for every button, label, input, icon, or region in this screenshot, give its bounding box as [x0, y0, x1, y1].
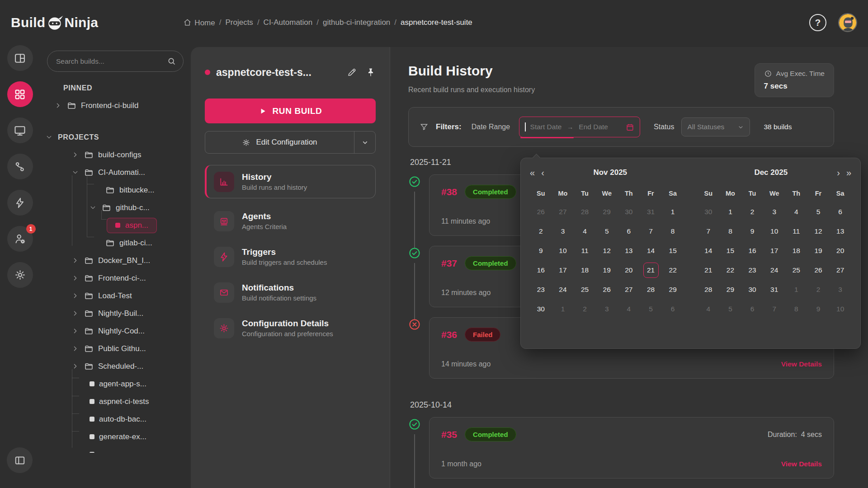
calendar-day[interactable]: 24: [763, 263, 785, 278]
calendar-day[interactable]: 5: [596, 224, 618, 239]
tab-configuration[interactable]: Configuration Details Configuration and …: [205, 314, 376, 342]
calendar-day[interactable]: 6: [741, 301, 764, 317]
calendar-day[interactable]: 17: [763, 243, 785, 258]
calendar-day[interactable]: 4: [698, 301, 720, 317]
calendar-day[interactable]: 30: [698, 204, 720, 220]
calendar-day[interactable]: 27: [618, 282, 640, 297]
calendar-day[interactable]: 15: [662, 243, 684, 258]
calendar-day[interactable]: 9: [741, 224, 764, 239]
calendar-day[interactable]: 5: [640, 301, 662, 317]
calendar-day[interactable]: 1: [662, 204, 684, 220]
calendar-day[interactable]: 27: [829, 263, 851, 278]
rail-button-settings[interactable]: [7, 262, 33, 288]
edit-configuration-button[interactable]: Edit Configuration: [205, 131, 354, 153]
calendar-day[interactable]: 9: [530, 243, 552, 258]
calendar-day[interactable]: 5: [807, 204, 830, 220]
rail-button-triggers[interactable]: [7, 190, 33, 216]
calendar-day[interactable]: 17: [552, 263, 574, 278]
calendar-day[interactable]: 6: [618, 224, 640, 239]
tree-folder[interactable]: Docker_BN_I...: [40, 252, 191, 269]
calendar-day[interactable]: 11: [574, 243, 596, 258]
user-avatar[interactable]: [838, 13, 857, 32]
calendar-day[interactable]: 6: [829, 204, 851, 220]
calendar-day[interactable]: 16: [741, 243, 764, 258]
tree-folder[interactable]: gitlab-ci...: [40, 234, 191, 252]
calendar-day[interactable]: 7: [763, 301, 785, 317]
rail-button-pipelines[interactable]: [7, 154, 33, 179]
calendar-day[interactable]: 3: [829, 282, 851, 297]
calendar-day[interactable]: 8: [662, 224, 684, 239]
calendar-day[interactable]: 24: [552, 282, 574, 297]
calendar-day[interactable]: 29: [662, 282, 684, 297]
calendar-day[interactable]: 4: [785, 204, 807, 220]
calendar-day[interactable]: 28: [574, 204, 596, 220]
tree-folder[interactable]: Frontend-ci-...: [40, 269, 191, 287]
run-build-button[interactable]: RUN BUILD: [205, 99, 376, 123]
rail-button-agents[interactable]: 1: [7, 226, 33, 252]
calendar-day[interactable]: 9: [807, 301, 830, 317]
calendar-day[interactable]: 31: [763, 282, 785, 297]
tab-triggers[interactable]: Triggers Build triggers and schedules: [205, 243, 376, 271]
calendar-day[interactable]: 25: [574, 282, 596, 297]
tree-folder[interactable]: Scheduled-...: [40, 357, 191, 375]
calendar-day[interactable]: 8: [719, 224, 741, 239]
calendar-icon[interactable]: [626, 123, 634, 131]
calendar-day[interactable]: 30: [618, 204, 640, 220]
calendar-day[interactable]: 30: [741, 282, 764, 297]
breadcrumb-item[interactable]: CI-Automation: [264, 18, 313, 27]
calendar-day[interactable]: 26: [530, 204, 552, 220]
help-button[interactable]: ?: [809, 14, 826, 31]
calendar-day[interactable]: 13: [618, 243, 640, 258]
tree-folder[interactable]: Frontend-ci-build: [40, 97, 191, 114]
calendar-day[interactable]: 12: [807, 224, 830, 239]
tree-build-selected[interactable]: aspn...: [40, 216, 191, 234]
rail-button-dashboard[interactable]: [7, 45, 33, 71]
calendar-day[interactable]: 4: [618, 301, 640, 317]
calendar-day[interactable]: 18: [574, 263, 596, 278]
calendar-day[interactable]: 25: [785, 263, 807, 278]
calendar-day[interactable]: 13: [829, 224, 851, 239]
tree-folder[interactable]: CI-Automati...: [40, 164, 191, 181]
tree-folder[interactable]: Public Githu...: [40, 340, 191, 357]
calendar-day[interactable]: 1: [552, 301, 574, 317]
calendar-day[interactable]: 10: [552, 243, 574, 258]
calendar-day[interactable]: 8: [785, 301, 807, 317]
tree-build[interactable]: aspnet-ci-tests: [40, 393, 191, 410]
edit-configuration-menu-button[interactable]: [354, 131, 375, 153]
calendar-day[interactable]: 23: [741, 263, 764, 278]
build-card[interactable]: #35 Completed Duration: 4 secs 1 month a…: [429, 417, 834, 479]
calendar-day[interactable]: 23: [530, 282, 552, 297]
rail-button-projects[interactable]: [7, 81, 33, 107]
calendar-day[interactable]: 7: [698, 224, 720, 239]
calendar-day[interactable]: 5: [719, 301, 741, 317]
calendar-day[interactable]: 18: [785, 243, 807, 258]
tree-folder[interactable]: Nightly-Buil...: [40, 305, 191, 322]
tree-folder[interactable]: github-c...: [40, 199, 191, 216]
calendar-day[interactable]: 14: [640, 243, 662, 258]
tree-build[interactable]: generate-ex...: [40, 428, 191, 446]
calendar-day[interactable]: 22: [662, 263, 684, 278]
calendar-day[interactable]: 20: [618, 263, 640, 278]
calendar-day[interactable]: 29: [719, 282, 741, 297]
calendar-day[interactable]: 3: [552, 224, 574, 239]
calendar-day[interactable]: 3: [763, 204, 785, 220]
rail-button-monitors[interactable]: [7, 117, 33, 143]
sidebar-section-projects[interactable]: PROJECTS: [40, 128, 191, 146]
view-details-link[interactable]: View Details: [781, 460, 822, 468]
calendar-day-selected[interactable]: 21: [640, 263, 662, 278]
breadcrumb-item[interactable]: Home: [183, 18, 215, 28]
status-select[interactable]: All Statuses: [681, 117, 750, 136]
calendar-day[interactable]: 2: [530, 224, 552, 239]
calendar-day[interactable]: 11: [785, 224, 807, 239]
calendar-day[interactable]: 22: [719, 263, 741, 278]
search-input[interactable]: [47, 51, 184, 72]
date-range-input[interactable]: Start Date → End Date: [519, 117, 640, 137]
tab-history[interactable]: History Build runs and history: [205, 165, 376, 198]
calendar-day[interactable]: 4: [574, 224, 596, 239]
calendar-day[interactable]: 27: [552, 204, 574, 220]
calendar-day[interactable]: 12: [596, 243, 618, 258]
breadcrumb-item[interactable]: aspnetcore-test-suite: [401, 18, 472, 27]
tree-build[interactable]: agent-app-s...: [40, 375, 191, 393]
tree-build[interactable]: auto-db-bac...: [40, 410, 191, 428]
collapse-sidebar-button[interactable]: [7, 447, 33, 473]
